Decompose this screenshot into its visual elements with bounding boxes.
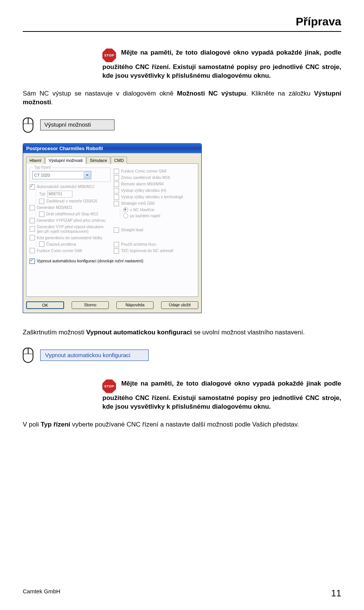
stop-icon-label: STOP [104,384,114,389]
button-vypnout-auto-config[interactable]: Vypnout automatickou konfiguraci [40,350,149,361]
checkbox-vystup-tech[interactable] [114,194,119,200]
label-kod-gen: Kód generátoru do samostatné řádky [37,235,102,240]
footer-page-number: 11 [331,588,341,599]
label-zavleknuti: Zavléknutí v mezeře G50/G5 [46,199,97,204]
label-auto-m06: Automatické zavlékání M06/M12 [37,184,94,189]
checkbox-znovu-m16[interactable] [114,175,119,180]
combo-value: CT 1020 [34,173,50,177]
checkbox-auto-m06[interactable] [30,184,35,190]
label-gen-m20: Generátor M20/M21 [37,205,72,210]
checkbox-vypnout-auto-config[interactable] [30,259,35,264]
label-remote: Remote alarm M93/M94 [121,182,164,187]
label-casova: Časová prodleva [46,242,76,247]
label-vypnout-auto-config: Vypnout automatickou konfiguraci (dovolu… [37,259,143,263]
napoveda-button[interactable]: Nápověda [116,301,154,309]
label-gen-vyjezd: Generátor VYP před výjezd obloukem (jen … [37,224,111,234]
checkbox-gen-vyjezd[interactable] [30,226,35,232]
ok-button[interactable]: OK [26,301,64,309]
tab-button-vystupni-moznosti[interactable]: Výstupní možnosti [40,119,115,130]
checkbox-tec[interactable] [114,248,119,254]
checkbox-casova[interactable] [39,241,44,247]
checkbox-drat-stop[interactable] [39,212,44,217]
checkbox-conic-g64[interactable] [114,169,119,174]
label-tec: TEC kopírovat do NC adresář [121,248,173,253]
fieldset-typ-rizeni: Typ řízení CT 1020 [30,168,111,182]
label-vystup-tech: Výstup výšky obrobku s technologií [121,194,183,199]
note2-text: Mějte na paměti, že toto dialogové okno … [102,380,341,410]
dialog-left-column: Typ řízení CT 1020 Automatické zavlékání… [30,168,111,255]
radio-nc-hlavicka[interactable] [123,207,128,212]
label-znovu-m16: Znovu zavléknutí drátu M16 [121,175,170,180]
tab-vystupni-moznosti[interactable]: Výstupní možnosti [45,157,86,164]
label-strategie-g60: Strategie rohů G60 [121,201,155,206]
label-conic-g68: Funkce Conic corner G68 [37,248,82,253]
dialog-postprocesor: Postprocesor Charmilles Robofil Hlavní V… [23,143,202,313]
note-block-1: STOP Mějte na paměti, že toto dialogové … [102,47,341,80]
mouse-icon [23,118,33,133]
checkbox-schema[interactable] [114,242,119,247]
p3-c: se uvolní možnost vlastního nastavení. [192,329,305,336]
p4-b: Typ řízení [41,421,70,428]
mouse-icon [23,348,33,363]
p4-a: V poli [23,421,41,428]
page-header-title: Příprava [23,15,341,28]
label-conic-g64: Funkce Conic corner G64 [121,169,166,174]
click-instruction-1: Výstupní možnosti [23,118,341,133]
stop-icon: STOP [102,379,116,393]
label-r2: po každém najetí [130,213,160,218]
label-gen-vypzap: Generátor VYP/ZAP před jeho změnou [37,218,105,223]
p2-a: Sám NC výstup se nastavuje v dialogovém … [23,90,177,97]
legend-typ-rizeni: Typ řízení [33,165,52,169]
header-rule [23,31,341,32]
stop-icon: STOP [102,49,116,62]
radio-po-najeti[interactable] [123,213,128,218]
paragraph-3: Zaškrtnutím možnosti Vypnout automaticko… [23,328,341,337]
p3-a: Zaškrtnutím možnosti [23,329,86,336]
dialog-right-column: Funkce Conic corner G64 Znovu zavléknutí… [114,168,195,255]
label-drat-stop: Drát odstřihnout při Stop M12 [46,212,98,216]
tab-hlavni[interactable]: Hlavní [26,157,45,164]
p2-b: Možnosti NC výstupu [177,90,246,97]
label-r1: v NC hlavičce [130,207,154,212]
checkbox-kod-gen[interactable] [30,235,35,240]
p2-c: . Klikněte na záložku [246,90,314,97]
label-typ: Typ [39,191,46,196]
checkbox-vystup-h[interactable] [114,188,119,193]
tab-cmd[interactable]: CMD [111,157,127,164]
dialog-titlebar: Postprocesor Charmilles Robofil [23,144,201,153]
click-instruction-2: Vypnout automatickou konfiguraci [23,348,341,363]
checkbox-strategie-g60[interactable] [114,201,119,206]
p3-b: Vypnout automatickou konfiguraci [86,329,192,336]
p4-c: vyberte používané CNC řízení a nastavte … [70,421,299,428]
page-footer: Camtek GmbH 11 [23,588,341,599]
label-straight: Straight lead [121,227,143,232]
checkbox-gen-vypzap[interactable] [30,218,35,223]
paragraph-4: V poli Typ řízení vyberte používané CNC … [23,420,341,429]
footer-company: Camtek GmbH [23,588,60,599]
dialog-tabs: Hlavní Výstupní možnosti Simulace CMD [26,156,198,164]
dialog-panel: Typ řízení CT 1020 Automatické zavlékání… [26,164,198,297]
checkbox-remote[interactable] [114,182,119,187]
udaje-ulozit-button[interactable]: Údaje uložit [161,301,198,309]
checkbox-straight[interactable] [114,227,119,233]
storno-button[interactable]: Storno [72,301,109,309]
p2-e: . [51,99,53,106]
chevron-down-icon[interactable] [84,172,91,179]
stop-icon-label: STOP [104,53,114,58]
checkbox-zavleknuti[interactable] [39,199,44,204]
checkbox-conic-g68[interactable] [30,248,35,253]
tab-simulace[interactable]: Simulace [86,157,110,164]
label-schema: Použít schéma řezu [121,242,156,247]
checkbox-gen-m20[interactable] [30,205,35,210]
note-block-2: STOP Mějte na paměti, že toto dialogové … [102,378,341,411]
dialog-button-row: OK Storno Nápověda Údaje uložit [26,301,198,309]
combo-typ-rizeni[interactable]: CT 1020 [32,171,91,179]
paragraph-2: Sám NC výstup se nastavuje v dialogovém … [23,89,341,107]
note1-text: Mějte na paměti, že toto dialogové okno … [102,49,341,79]
label-vystup-h: Výstup výšky obrobku (H) [121,188,166,193]
input-typ[interactable]: M06T01 [47,191,72,198]
